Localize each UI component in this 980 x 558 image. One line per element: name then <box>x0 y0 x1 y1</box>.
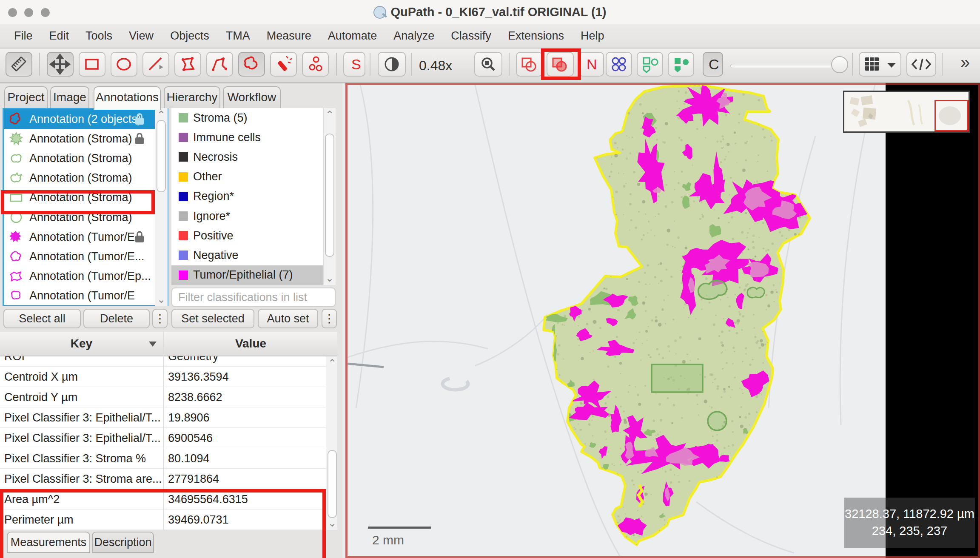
class-item[interactable]: Necrosis <box>171 147 323 167</box>
measurement-tables-button[interactable] <box>859 52 901 77</box>
menu-analyze[interactable]: Analyze <box>393 29 434 43</box>
tab-image[interactable]: Image <box>50 86 89 108</box>
menu-measure[interactable]: Measure <box>267 29 311 43</box>
set-selected-button[interactable]: Set selected <box>171 309 254 328</box>
toolbar-overflow-button[interactable]: » <box>960 53 970 72</box>
filter-classifications-input[interactable]: Filter classifications in list <box>171 288 336 307</box>
brush-tool-button[interactable] <box>238 52 265 77</box>
annotation-list-scrollbar[interactable]: ⌃ ⌄ <box>155 108 168 306</box>
table-header[interactable]: Key Value <box>0 332 337 356</box>
class-list-scrollbar[interactable]: ⌃ ⌄ <box>323 108 336 285</box>
points-tool-button[interactable] <box>302 52 329 77</box>
scroll-down-icon[interactable]: ⌄ <box>325 272 335 284</box>
show-names-button[interactable]: N <box>578 52 604 77</box>
move-tool-button[interactable] <box>47 52 74 77</box>
class-item[interactable]: Other <box>171 167 323 187</box>
annotation-item[interactable]: Annotation (Tumor/Ep... <box>4 267 167 286</box>
polygon-icon <box>175 53 200 76</box>
annotation-shape-icon <box>9 249 23 264</box>
tab-annotations[interactable]: Annotations <box>94 86 161 110</box>
rectangle-tool-button[interactable] <box>79 52 105 77</box>
class-color-swatch <box>179 192 188 201</box>
class-color-swatch <box>179 231 188 240</box>
cursor-location-box: 32128.37, 11872.92 µm 234, 235, 237 <box>844 498 975 548</box>
delete-button[interactable]: Delete <box>83 309 150 328</box>
polyline-tool-button[interactable] <box>206 52 233 77</box>
table-row[interactable]: ROIGeometry <box>0 356 326 367</box>
slide-overview-button[interactable] <box>6 52 32 77</box>
scroll-down-icon[interactable]: ⌄ <box>156 293 166 305</box>
menu-classify[interactable]: Classify <box>451 29 491 43</box>
annotation-item[interactable]: Annotation (Stroma) <box>4 148 167 168</box>
menu-extensions[interactable]: Extensions <box>508 29 564 43</box>
scroll-up-icon[interactable]: ⌃ <box>325 109 335 121</box>
pixel-classification-button[interactable] <box>668 52 694 77</box>
wand-tool-button[interactable] <box>270 52 297 77</box>
scroll-up-icon[interactable]: ⌃ <box>327 357 337 369</box>
rectangle-icon <box>80 53 105 76</box>
overview-thumbnail[interactable] <box>843 91 970 133</box>
menu-file[interactable]: File <box>14 29 33 43</box>
sort-descending-icon <box>148 340 157 348</box>
slide-image <box>348 85 978 556</box>
script-editor-button[interactable] <box>906 52 936 77</box>
class-more-button[interactable]: ⋮ <box>322 309 337 328</box>
menu-objects[interactable]: Objects <box>170 29 209 43</box>
table-row[interactable]: Centroid Y µm8238.6662 <box>0 387 326 407</box>
left-panel: Project Image Annotations Hierarchy Work… <box>0 83 342 558</box>
selection-mode-button[interactable]: S <box>343 52 365 77</box>
annotation-shape-icon <box>9 230 23 244</box>
menu-tools[interactable]: Tools <box>85 29 112 43</box>
auto-set-button[interactable]: Auto set <box>258 309 318 328</box>
overview-viewport-rect[interactable] <box>934 100 969 131</box>
ellipse-tool-button[interactable] <box>111 52 137 77</box>
menu-tma[interactable]: TMA <box>226 29 250 43</box>
line-tool-button[interactable] <box>142 52 169 77</box>
annotation-item[interactable]: Annotation (Stroma) <box>4 129 167 148</box>
annotation-item[interactable]: Annotation (Tumor/E... <box>4 247 167 266</box>
annotation-item[interactable]: Annotation (Stroma) <box>4 168 167 188</box>
table-row[interactable]: Pixel Classifier 3: Stroma are...2779186… <box>0 469 326 489</box>
zoom-to-fit-button[interactable] <box>474 52 502 77</box>
image-viewer[interactable]: 32128.37, 11872.92 µm 234, 235, 237 2 mm <box>345 83 980 558</box>
table-row[interactable]: Pixel Classifier 3: Epithelial/T...69005… <box>0 428 326 448</box>
brightness-contrast-button[interactable] <box>378 52 406 77</box>
scroll-down-icon[interactable]: ⌄ <box>327 517 337 529</box>
annotation-more-button[interactable]: ⋮ <box>152 309 168 328</box>
menu-automate[interactable]: Automate <box>328 29 377 43</box>
polygon-tool-button[interactable] <box>174 52 201 77</box>
class-item[interactable]: Negative <box>171 245 323 265</box>
table-scrollbar[interactable]: ⌃ ⌄ <box>326 356 337 530</box>
tab-hierarchy[interactable]: Hierarchy <box>164 86 220 108</box>
annotation-item[interactable]: Annotation (Tumor/E <box>4 286 167 306</box>
select-all-button[interactable]: Select all <box>3 309 81 328</box>
annotation-label: Annotation (Stroma) <box>29 152 132 165</box>
slider-knob[interactable] <box>831 56 848 73</box>
fill-detections-button[interactable] <box>637 52 663 77</box>
menu-edit[interactable]: Edit <box>49 29 69 43</box>
table-row[interactable]: Pixel Classifier 3: Epithelial/T...19.89… <box>0 407 326 428</box>
tab-workflow[interactable]: Workflow <box>223 86 281 108</box>
menu-help[interactable]: Help <box>581 29 604 43</box>
classifier-c-button[interactable]: C <box>703 52 723 77</box>
show-detections-button[interactable] <box>606 52 632 77</box>
contrast-icon <box>379 53 405 76</box>
class-item[interactable]: Immune cells <box>171 128 323 147</box>
title-bar: QuPath - 0_KI67_val.tif ORIGINAL (1) <box>0 0 980 24</box>
table-row[interactable]: Pixel Classifier 3: Stroma %80.1094 <box>0 448 326 469</box>
show-annotations-button[interactable] <box>516 52 543 77</box>
annotation-item[interactable]: Annotation (2 objects) <box>4 109 167 129</box>
class-item[interactable]: Positive <box>171 226 323 245</box>
class-item[interactable]: Ignore* <box>171 206 323 226</box>
menu-view[interactable]: View <box>129 29 154 43</box>
table-row[interactable]: Centroid X µm39136.3594 <box>0 367 326 387</box>
class-item[interactable]: Region* <box>171 187 323 206</box>
annotation-item[interactable]: Annotation (Tumor/E... <box>4 227 167 247</box>
value-column-header[interactable]: Value <box>164 332 337 356</box>
class-item[interactable]: Stroma (5) <box>171 108 323 128</box>
tab-project[interactable]: Project <box>4 86 48 108</box>
scroll-up-icon[interactable]: ⌃ <box>156 109 166 121</box>
menu-bar: File Edit Tools View Objects TMA Measure… <box>0 24 980 48</box>
key-column-header[interactable]: Key <box>0 332 163 356</box>
class-item-selected[interactable]: Tumor/Epithelial (7) <box>171 265 323 285</box>
